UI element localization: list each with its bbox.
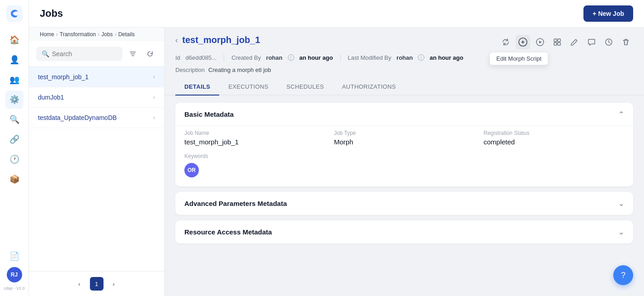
field-reg-status-value: completed <box>484 138 624 146</box>
created-by-user: rohan <box>266 54 282 61</box>
keyword-badge-or: OR <box>184 163 199 177</box>
job-item-chevron-2: › <box>153 115 155 121</box>
field-job-type-label: Job Type <box>334 130 475 136</box>
nav-group[interactable]: 👥 <box>5 71 24 89</box>
basic-metadata-content: Job Name test_morph_job_1 Job Type Morph… <box>175 126 633 186</box>
basic-metadata-chevron: ⌃ <box>618 110 624 119</box>
breadcrumb: Home › Transformation › Jobs › Details <box>29 28 164 41</box>
detail-actions: Edit Morph Script <box>498 35 633 49</box>
breadcrumb-sep-3: › <box>115 31 117 38</box>
comment-button[interactable] <box>584 35 599 49</box>
svg-rect-6 <box>558 43 560 45</box>
app-logo[interactable] <box>6 5 23 22</box>
modified-by-label: Last Modified By <box>348 54 391 61</box>
edit-morph-script-tooltip: Edit Morph Script <box>489 52 548 65</box>
sidebar-nav: 🏠 👤 👥 ⚙️ 🔍 🔗 🕐 📦 📄 RJ cdap - V2.0 <box>0 0 29 296</box>
top-header: Jobs + New Job <box>29 0 644 28</box>
support-button[interactable]: ? <box>613 265 633 285</box>
prev-page-btn[interactable]: ‹ <box>73 277 86 291</box>
page-1-btn[interactable]: 1 <box>90 277 103 291</box>
job-item-1[interactable]: dumJob1 › <box>29 87 164 108</box>
breadcrumb-home[interactable]: Home <box>40 31 54 38</box>
field-reg-status: Registration Status completed <box>484 130 624 146</box>
basic-metadata-accordion: Basic Metadata ⌃ Job Name test_morph_job… <box>175 103 633 186</box>
svg-rect-3 <box>554 39 557 42</box>
field-job-name: Job Name test_morph_job_1 <box>184 130 325 146</box>
modified-time: an hour ago <box>430 54 463 61</box>
breadcrumb-jobs[interactable]: Jobs <box>101 31 113 38</box>
nav-person[interactable]: 👤 <box>5 51 24 69</box>
tab-schedules[interactable]: SCHEDULES <box>277 79 333 95</box>
jobs-panel: Home › Transformation › Jobs › Details 🔍 <box>29 28 165 296</box>
detail-description: Description Creating a morph etl job <box>165 67 644 79</box>
history-button[interactable] <box>602 35 616 49</box>
filter-icon[interactable] <box>126 47 140 61</box>
search-input-wrap[interactable]: 🔍 <box>36 47 122 61</box>
edit-morph-script-button[interactable]: Edit Morph Script <box>516 35 530 49</box>
meta-id: Id d6edd085... <box>175 54 216 61</box>
created-time: an hour ago <box>299 54 333 61</box>
field-job-type: Job Type Morph <box>334 130 475 146</box>
detail-panel: ‹ test_morph_job_1 <box>165 28 644 296</box>
job-item-name-2: testdata_UpdateDynamoDB <box>38 114 117 121</box>
breadcrumb-transformation[interactable]: Transformation <box>60 31 96 38</box>
nav-history[interactable]: 🕐 <box>5 150 24 168</box>
advanced-params-header[interactable]: Advanced Parameters Metadata ⌄ <box>175 192 633 215</box>
job-item-2[interactable]: testdata_UpdateDynamoDB › <box>29 108 164 128</box>
job-item-0[interactable]: test_morph_job_1 › <box>29 67 164 87</box>
basic-metadata-header[interactable]: Basic Metadata ⌃ <box>175 103 633 126</box>
field-reg-status-label: Registration Status <box>484 130 624 136</box>
job-item-name-0: test_morph_job_1 <box>38 73 89 81</box>
breadcrumb-sep-2: › <box>98 31 99 38</box>
keywords-label: Keywords <box>184 153 624 159</box>
modified-info-icon[interactable]: i <box>418 54 424 61</box>
tab-details[interactable]: DETAILS <box>175 79 219 95</box>
job-item-name-1: dumJob1 <box>38 94 64 101</box>
resource-access-header[interactable]: Resource Access Metadata ⌄ <box>175 220 633 243</box>
tabs-bar: DETAILS EXECUTIONS SCHEDULES AUTHORIZATI… <box>165 79 644 95</box>
sync-button[interactable] <box>498 35 513 49</box>
delete-button[interactable] <box>619 35 633 49</box>
keywords-row: Keywords OR <box>184 153 624 177</box>
advanced-params-title: Advanced Parameters Metadata <box>184 200 287 207</box>
tab-authorizations[interactable]: AUTHORIZATIONS <box>333 79 405 95</box>
created-info-icon[interactable]: i <box>288 54 294 61</box>
description-label: Description <box>175 67 205 73</box>
nav-settings[interactable]: ⚙️ <box>5 91 24 109</box>
nav-home[interactable]: 🏠 <box>5 31 24 49</box>
description-value: Creating a morph etl job <box>208 67 271 73</box>
svg-rect-4 <box>558 39 560 42</box>
nav-package[interactable]: 📦 <box>5 170 24 188</box>
meta-sep-2 <box>340 54 341 61</box>
search-input[interactable] <box>52 50 117 57</box>
nav-link[interactable]: 🔗 <box>5 130 24 148</box>
tab-executions[interactable]: EXECUTIONS <box>219 79 277 95</box>
clone-button[interactable] <box>550 35 564 49</box>
run-button[interactable] <box>533 35 547 49</box>
basic-metadata-title: Basic Metadata <box>184 110 234 118</box>
resource-access-chevron: ⌄ <box>618 228 624 236</box>
modified-by-user: rohan <box>396 54 413 61</box>
nav-search[interactable]: 🔍 <box>5 110 24 129</box>
job-item-chevron-0: › <box>153 74 155 80</box>
advanced-params-accordion: Advanced Parameters Metadata ⌄ <box>175 192 633 215</box>
avatar[interactable]: RJ <box>7 267 22 282</box>
next-page-btn[interactable]: › <box>107 277 121 291</box>
search-icon: 🔍 <box>42 50 49 57</box>
advanced-params-chevron: ⌄ <box>618 199 624 208</box>
meta-modified: Last Modified By rohan i an hour ago <box>348 54 464 61</box>
job-item-chevron-1: › <box>153 94 155 100</box>
new-job-button[interactable]: + New Job <box>583 5 633 22</box>
edit-button[interactable] <box>567 35 582 49</box>
refresh-icon[interactable] <box>143 47 157 61</box>
meta-sep-1 <box>224 54 224 61</box>
back-button[interactable]: ‹ <box>175 36 178 44</box>
nav-docs[interactable]: 📄 <box>5 247 24 265</box>
breadcrumb-details: Details <box>118 31 135 38</box>
page-title: Jobs <box>40 8 63 19</box>
field-job-type-value: Morph <box>334 138 475 146</box>
id-label: Id <box>175 54 180 61</box>
breadcrumb-sep-1: › <box>56 31 58 38</box>
detail-header: ‹ test_morph_job_1 <box>165 28 644 49</box>
svg-rect-5 <box>554 43 557 45</box>
